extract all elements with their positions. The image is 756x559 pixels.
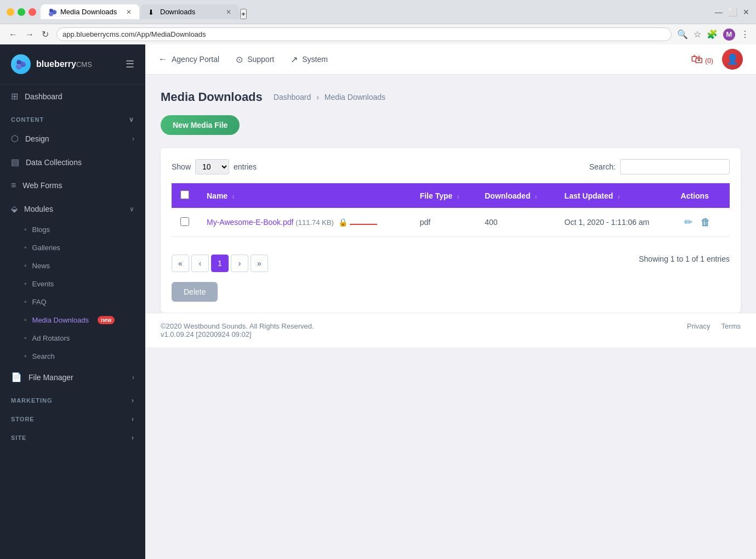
new-tab-button[interactable]: + [240,9,247,19]
file-name-link[interactable]: My-Awesome-E-Book.pdf [207,218,293,227]
delete-btn-row: Delete [172,282,730,302]
back-button[interactable]: ← [7,28,20,41]
faq-label: FAQ [32,298,47,306]
logo-text: blueberryCMS [36,59,92,69]
sidebar-item-galleries[interactable]: Galleries [0,239,145,257]
tab-favicon-2: ⬇ [148,8,156,16]
page-header: Media Downloads Dashboard › Media Downlo… [161,90,741,104]
file-size: (111.74 KB) [295,218,333,227]
extensions-icon[interactable]: 🧩 [707,29,718,39]
close-button[interactable] [29,8,36,16]
sidebar-item-media-downloads[interactable]: Media Downloads new [0,311,145,329]
table-row: My-Awesome-E-Book.pdf (111.74 KB) 🔒 pdf [172,208,730,237]
support-icon: ⊙ [236,54,243,65]
row-checkbox[interactable] [180,217,189,226]
reload-button[interactable]: ↻ [39,28,51,41]
header-file-type: File Type ↕ [411,183,476,208]
user-avatar[interactable]: 👤 [722,49,743,70]
cart-button[interactable]: 🛍 (0) [691,52,713,66]
new-media-file-button[interactable]: New Media File [161,115,240,135]
sidebar-item-news[interactable]: News [0,257,145,275]
search-label: Search: [589,162,616,171]
window-minimize-button[interactable]: — [715,8,723,16]
last-updated-sort-icon[interactable]: ↕ [617,194,620,200]
maximize-button[interactable] [18,8,25,16]
hamburger-icon[interactable]: ☰ [126,58,134,70]
system-link[interactable]: ↗ System [291,54,328,65]
underline-decoration [350,224,377,225]
sidebar-content-items: ⬡ Design › ▤ Data Collections ≡ Web Form… [0,127,145,389]
edit-button[interactable]: ✏ [681,215,696,229]
breadcrumb-current: Media Downloads [325,93,385,101]
news-label: News [32,262,50,270]
sidebar-item-modules[interactable]: ⬙ Modules ∨ [0,197,145,221]
table-header-row: Name ↕ File Type ↕ Downloaded ↕ [172,183,730,208]
sidebar-section-content[interactable]: CONTENT ∨ [0,108,145,127]
entries-label: entries [234,162,257,171]
forward-button[interactable]: → [23,28,36,41]
sidebar-item-ad-rotators[interactable]: Ad Rotators [0,329,145,347]
breadcrumb: Dashboard › Media Downloads [274,93,385,101]
pagination-page-1-button[interactable]: 1 [211,255,229,272]
sidebar-item-file-manager[interactable]: 📄 File Manager › [0,365,145,389]
events-label: Events [32,280,54,288]
ad-rotators-label: Ad Rotators [32,334,70,342]
media-downloads-label: Media Downloads [32,316,89,324]
pagination-info: Showing 1 to 1 of 1 entries [639,255,730,263]
sidebar-item-blogs[interactable]: Blogs [0,221,145,239]
name-sort-icon[interactable]: ↕ [232,194,235,200]
select-all-checkbox[interactable] [180,190,189,199]
minimize-button[interactable] [7,8,14,16]
user-avatar-img: 👤 [726,53,738,65]
pagination-next-button[interactable]: › [231,255,248,272]
search-icon[interactable]: 🔍 [677,29,688,39]
window-close-button[interactable]: ✕ [743,8,749,16]
footer-right: Privacy Terms [687,322,741,330]
sidebar-file-manager-label: File Manager [29,373,73,382]
sidebar-section-store[interactable]: STORE › [0,408,145,426]
pagination-prev-button[interactable]: ‹ [191,255,209,272]
sidebar-item-web-forms[interactable]: ≡ Web Forms [0,174,145,197]
window-restore-button[interactable]: ⬜ [728,8,737,16]
search-input[interactable] [620,159,730,174]
nav-arrows: ← → ↻ [7,28,51,41]
web-forms-icon: ≡ [11,180,16,190]
footer-version: v1.0.09.24 [20200924 09:02] [161,330,314,338]
sidebar-item-events[interactable]: Events [0,275,145,293]
pagination-first-button[interactable]: « [172,255,189,272]
data-collections-icon: ▤ [11,157,19,167]
sidebar-section-marketing[interactable]: MARKETING › [0,389,145,408]
terms-link[interactable]: Terms [721,322,741,330]
delete-row-button[interactable]: 🗑 [697,216,714,229]
modules-arrow: ∨ [129,205,134,213]
profile-icon[interactable]: M [723,29,735,41]
sidebar-item-data-collections[interactable]: ▤ Data Collections [0,150,145,174]
downloaded-sort-icon[interactable]: ↕ [535,194,537,200]
support-link[interactable]: ⊙ Support [236,54,274,65]
sidebar-item-design[interactable]: ⬡ Design › [0,127,145,150]
top-nav-actions: 🛍 (0) 👤 [691,49,743,70]
header-last-updated: Last Updated ↕ [556,183,672,208]
file-type-sort-icon[interactable]: ↕ [457,194,459,200]
tab-close-icon[interactable]: ✕ [126,8,132,16]
show-label: Show [172,162,191,171]
media-downloads-table: Name ↕ File Type ↕ Downloaded ↕ [172,183,730,237]
pagination-last-button[interactable]: » [251,255,268,272]
media-downloads-badge: new [98,316,115,324]
tab-close-icon-2[interactable]: ✕ [226,8,231,16]
sidebar-item-dashboard[interactable]: ⊞ Dashboard [0,84,145,108]
entries-per-page-select[interactable]: 10 25 50 100 [195,159,229,174]
browser-titlebar: 🫐 Media Downloads ✕ ⬇ Downloads ✕ + — ⬜ … [0,0,756,24]
tab-media-downloads[interactable]: 🫐 Media Downloads ✕ [41,4,139,19]
address-bar[interactable] [56,27,672,41]
more-options-icon[interactable]: ⋮ [741,29,749,39]
privacy-link[interactable]: Privacy [687,322,710,330]
bookmark-icon[interactable]: ☆ [694,29,701,39]
system-label: System [302,55,328,64]
tab-downloads[interactable]: ⬇ Downloads ✕ [140,4,239,19]
sidebar-item-faq[interactable]: FAQ [0,293,145,311]
sidebar-section-site[interactable]: SITE › [0,426,145,445]
sidebar-item-search[interactable]: Search [0,347,145,365]
agency-portal-link[interactable]: ← Agency Portal [158,54,219,64]
delete-selected-button[interactable]: Delete [172,282,218,302]
